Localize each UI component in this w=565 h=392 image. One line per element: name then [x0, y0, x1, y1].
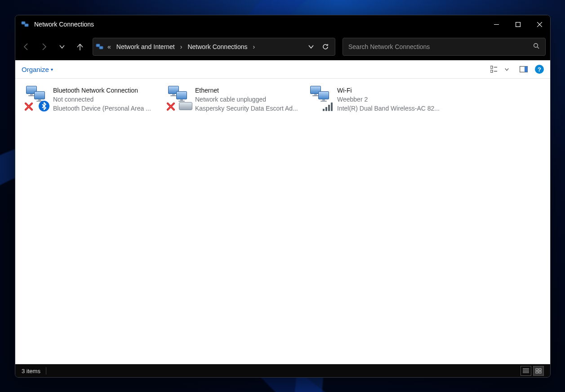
- unplugged-x-icon: [166, 102, 175, 111]
- forward-button[interactable]: [36, 39, 52, 55]
- close-button[interactable]: [529, 15, 550, 33]
- svg-rect-10: [490, 66, 493, 68]
- breadcrumb-current[interactable]: Network Connections: [185, 42, 250, 52]
- organize-label: Organize: [22, 66, 49, 73]
- disconnected-x-icon: [24, 102, 33, 111]
- network-item-bluetooth[interactable]: Bluetooth Network Connection Not connect…: [23, 83, 165, 115]
- chevron-down-icon: ▾: [51, 67, 53, 72]
- chevrons-left-icon: «: [106, 43, 113, 50]
- item-status: Weebber 2: [337, 95, 449, 104]
- svg-rect-15: [525, 67, 527, 72]
- recent-locations-button[interactable]: [54, 39, 70, 55]
- status-bar: 3 items: [15, 364, 550, 377]
- signal-bars-icon: [323, 101, 334, 111]
- search-icon: [532, 43, 541, 51]
- svg-line-9: [538, 47, 539, 49]
- svg-line-4: [537, 22, 542, 27]
- large-icons-view-button[interactable]: [533, 366, 544, 376]
- network-item-ethernet[interactable]: Ethernet Network cable unplugged Kaspers…: [165, 83, 307, 115]
- organize-menu-button[interactable]: Organize ▾: [22, 66, 53, 73]
- minimize-button[interactable]: [485, 15, 507, 33]
- up-button[interactable]: [72, 39, 88, 55]
- bluetooth-adapter-icon: [24, 85, 50, 111]
- status-separator: [46, 367, 46, 374]
- window-icon: [21, 20, 30, 29]
- svg-rect-7: [99, 46, 103, 49]
- svg-rect-3: [516, 22, 520, 27]
- search-input[interactable]: [347, 43, 532, 51]
- svg-line-5: [537, 22, 542, 27]
- svg-point-8: [534, 44, 538, 48]
- item-status: Network cable unplugged: [195, 95, 307, 104]
- nav-row: « Network and Internet › Network Connect…: [15, 33, 550, 60]
- command-toolbar: Organize ▾ ?: [15, 60, 550, 79]
- svg-rect-20: [536, 369, 538, 370]
- explorer-window: Network Connections: [15, 15, 551, 378]
- breadcrumb-parent[interactable]: Network and Internet: [114, 42, 178, 52]
- address-bar[interactable]: « Network and Internet › Network Connect…: [93, 38, 335, 56]
- help-button[interactable]: ?: [535, 65, 544, 74]
- view-options-button[interactable]: [488, 62, 502, 76]
- svg-rect-22: [536, 371, 538, 373]
- item-name: Ethernet: [195, 86, 307, 95]
- svg-rect-11: [490, 70, 493, 72]
- preview-pane-button[interactable]: [517, 62, 530, 76]
- maximize-button[interactable]: [507, 15, 529, 33]
- item-device: Bluetooth Device (Personal Area ...: [53, 104, 165, 113]
- window-title: Network Connections: [34, 21, 94, 28]
- chevron-right-icon: ›: [178, 43, 184, 50]
- item-status: Not connected: [53, 95, 165, 104]
- svg-rect-23: [539, 371, 541, 373]
- status-item-count: 3 items: [22, 368, 40, 374]
- ethernet-plug-icon: [179, 102, 192, 110]
- item-device: Intel(R) Dual Band Wireless-AC 82...: [337, 104, 449, 113]
- details-view-button[interactable]: [521, 366, 531, 376]
- wifi-adapter-icon: [308, 85, 334, 111]
- titlebar[interactable]: Network Connections: [15, 15, 550, 33]
- bluetooth-icon: [39, 101, 49, 111]
- search-box[interactable]: [343, 38, 546, 56]
- item-device: Kaspersky Security Data Escort Ad...: [195, 104, 307, 113]
- svg-rect-1: [25, 24, 28, 27]
- back-button[interactable]: [18, 39, 34, 55]
- item-name: Bluetooth Network Connection: [53, 86, 165, 95]
- view-options-caret[interactable]: [503, 62, 510, 76]
- items-content-area[interactable]: Bluetooth Network Connection Not connect…: [15, 79, 550, 364]
- ethernet-adapter-icon: [166, 85, 192, 111]
- chevron-right-icon: ›: [251, 43, 257, 50]
- address-folder-icon: [96, 43, 104, 51]
- svg-rect-21: [539, 369, 541, 370]
- refresh-button[interactable]: [319, 40, 332, 53]
- address-history-button[interactable]: [304, 40, 318, 53]
- item-name: Wi-Fi: [337, 86, 449, 95]
- network-item-wifi[interactable]: Wi-Fi Weebber 2 Intel(R) Dual Band Wirel…: [307, 83, 449, 115]
